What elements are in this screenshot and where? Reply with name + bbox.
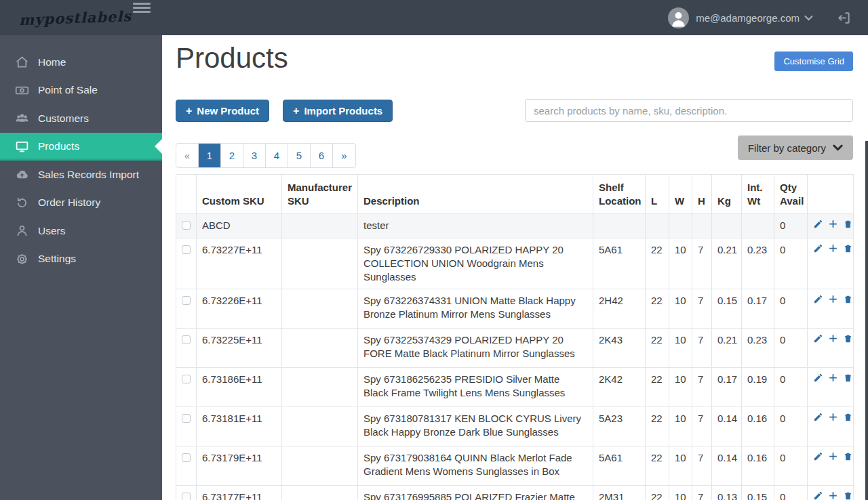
pagination-page-1[interactable]: 1 <box>199 144 221 167</box>
edit-icon[interactable] <box>813 412 823 422</box>
user-email[interactable]: me@adamgeorge.com <box>696 12 800 24</box>
edit-icon[interactable] <box>813 243 823 253</box>
add-icon[interactable] <box>828 243 838 253</box>
int-wt-cell: 0.17 <box>742 289 774 329</box>
edit-icon[interactable] <box>813 373 823 383</box>
int-wt-cell: 0.23 <box>742 238 774 289</box>
description-cell: Spy 673225374329 POLARIZED HAPPY 20 FORE… <box>358 329 593 368</box>
edit-icon[interactable] <box>813 451 823 461</box>
shelf-location-cell: 2K43 <box>593 329 646 368</box>
int-wt-cell: 0.16 <box>742 446 774 486</box>
sidebar-item-customers[interactable]: Customers <box>0 104 162 133</box>
add-icon[interactable] <box>828 451 838 461</box>
description-cell: Spy 673180781317 KEN BLOCK CYRUS Livery … <box>358 407 593 446</box>
edit-icon[interactable] <box>813 491 823 500</box>
delete-icon[interactable] <box>843 412 853 422</box>
pagination-page-6[interactable]: 6 <box>311 144 333 167</box>
col-actions <box>808 175 854 214</box>
add-icon[interactable] <box>828 491 838 500</box>
custom-sku-cell: 6.73186E+11 <box>197 368 282 407</box>
checkbox-cell <box>176 329 197 368</box>
qty-avail-cell: 0 <box>774 407 808 446</box>
row-checkbox[interactable] <box>182 335 191 344</box>
actions-cell <box>808 407 854 446</box>
products-table: Custom SKU Manufacturer SKU Description … <box>176 174 854 500</box>
delete-icon[interactable] <box>843 373 853 383</box>
add-icon[interactable] <box>828 219 838 229</box>
custom-sku-cell: 6.73227E+11 <box>197 238 282 289</box>
sidebar-item-users[interactable]: Users <box>0 217 162 245</box>
sidebar-item-products[interactable]: Products <box>0 133 162 161</box>
custom-sku-cell: 6.73177E+11 <box>197 486 282 500</box>
pagination-next-button[interactable]: » <box>333 144 355 167</box>
row-checkbox[interactable] <box>182 414 191 423</box>
delete-icon[interactable] <box>843 243 853 253</box>
person-icon <box>668 7 689 28</box>
row-checkbox[interactable] <box>182 375 191 383</box>
delete-icon[interactable] <box>843 333 853 343</box>
checkbox-cell <box>176 368 197 407</box>
height-cell: 7 <box>692 238 712 289</box>
custom-sku-cell: 6.73179E+11 <box>197 446 282 486</box>
col-w: W <box>669 175 692 214</box>
row-checkbox[interactable] <box>182 245 191 254</box>
sidebar-item-point-of-sale[interactable]: Point of Sale <box>0 77 162 105</box>
sidebar-item-sales-records-import[interactable]: Sales Records Import <box>0 161 162 189</box>
delete-icon[interactable] <box>843 219 853 229</box>
edit-icon[interactable] <box>813 294 823 304</box>
scrollbar[interactable] <box>865 141 868 500</box>
delete-icon[interactable] <box>843 491 853 500</box>
sidebar: Home Point of Sale Customers Products <box>0 35 162 500</box>
qty-avail-cell: 0 <box>774 368 808 407</box>
pagination-page-2[interactable]: 2 <box>221 144 243 167</box>
col-description: Description <box>358 175 593 214</box>
int-wt-cell: 0.19 <box>742 368 774 407</box>
row-checkbox[interactable] <box>182 453 191 462</box>
width-cell: 10 <box>669 238 692 289</box>
pagination-page-4[interactable]: 4 <box>266 144 288 167</box>
delete-icon[interactable] <box>843 294 853 304</box>
filter-category-button[interactable]: Filter by category <box>738 136 853 160</box>
add-icon[interactable] <box>828 294 838 304</box>
pagination-page-3[interactable]: 3 <box>243 144 266 167</box>
edit-icon[interactable] <box>813 333 823 343</box>
actions-cell <box>808 214 854 238</box>
edit-icon[interactable] <box>813 219 823 229</box>
logout-icon[interactable] <box>836 10 852 26</box>
add-icon[interactable] <box>828 333 838 343</box>
sidebar-item-home[interactable]: Home <box>0 48 162 77</box>
row-checkbox[interactable] <box>182 296 191 305</box>
avatar[interactable] <box>668 7 689 28</box>
table-row: 6.73227E+11 Spy 673226729330 POLARIZED H… <box>176 238 854 289</box>
sidebar-item-settings[interactable]: Settings <box>0 245 162 274</box>
import-products-button[interactable]: + Import Products <box>283 100 393 122</box>
manufacturer-sku-cell <box>282 214 358 238</box>
manufacturer-sku-cell <box>282 407 358 446</box>
app-logo[interactable]: mypostlabels <box>19 7 132 28</box>
table-header-row: Custom SKU Manufacturer SKU Description … <box>176 175 854 214</box>
pagination-prev-button[interactable]: « <box>176 144 199 167</box>
delete-icon[interactable] <box>843 451 853 461</box>
pagination-page-5[interactable]: 5 <box>288 144 311 167</box>
row-checkbox[interactable] <box>182 221 191 230</box>
qty-avail-cell: 0 <box>774 214 808 238</box>
manufacturer-sku-cell <box>282 446 358 486</box>
int-wt-cell: 0.16 <box>742 407 774 446</box>
shelf-location-cell: 2K42 <box>593 368 646 407</box>
row-checkbox[interactable] <box>182 493 191 500</box>
actions-cell <box>808 368 854 407</box>
chevron-down-icon[interactable] <box>804 15 813 21</box>
height-cell: 7 <box>692 329 712 368</box>
kg-cell: 0.21 <box>712 238 742 289</box>
customise-grid-button[interactable]: Customise Grid <box>774 51 853 71</box>
sidebar-item-order-history[interactable]: Order History <box>0 189 162 217</box>
add-icon[interactable] <box>828 373 838 383</box>
actions-cell <box>808 486 854 500</box>
menu-toggle-icon[interactable] <box>133 3 151 15</box>
length-cell: 22 <box>646 446 669 486</box>
search-input[interactable] <box>525 99 853 122</box>
add-icon[interactable] <box>828 412 838 422</box>
new-product-button[interactable]: + New Product <box>176 100 269 122</box>
width-cell: 10 <box>669 329 692 368</box>
pagination: « 1 2 3 4 5 6 » <box>176 143 356 168</box>
